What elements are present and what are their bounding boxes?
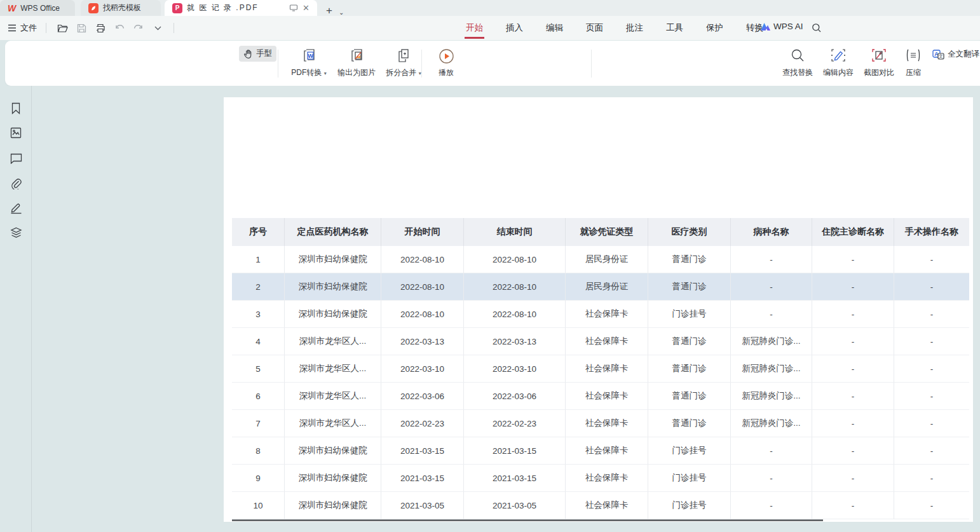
table-cell: 2022-03-13: [381, 328, 464, 355]
table-cell: 社会保障卡: [566, 437, 648, 465]
table-cell: -: [812, 410, 894, 437]
table-header-cell: 医疗类别: [648, 218, 731, 246]
table-cell: 4: [232, 328, 285, 355]
table-cell: -: [894, 465, 969, 492]
svg-text:W: W: [308, 53, 313, 59]
play-icon: [439, 48, 454, 64]
table-cell: 社会保障卡: [566, 410, 648, 437]
table-cell: 新冠肺炎门诊...: [731, 383, 812, 410]
file-menu-button[interactable]: 文件: [8, 22, 37, 34]
table-cell: -: [894, 328, 969, 355]
edit-content-button[interactable]: 编辑内容: [819, 46, 858, 81]
new-tab-icon[interactable]: +: [326, 5, 332, 16]
find-replace-button[interactable]: 查找替换: [778, 46, 817, 81]
table-cell: -: [894, 383, 969, 410]
history-chevron-icon[interactable]: [151, 21, 165, 35]
table-cell: 2021-03-15: [381, 437, 464, 465]
ribbon-tab-开始[interactable]: 开始: [465, 17, 484, 39]
table-cell: 8: [232, 437, 285, 465]
document-workspace: 序号定点医药机构名称开始时间结束时间就诊凭证类型医疗类别病种名称住院主诊断名称手…: [0, 86, 980, 532]
table-cell: 门诊挂号: [648, 301, 731, 328]
ribbon-tab-工具[interactable]: 工具: [665, 17, 684, 39]
tab-document-active[interactable]: P 就 医 记 录 .PDF ✕: [165, 0, 317, 16]
redo-icon[interactable]: [132, 21, 146, 35]
bookmark-icon[interactable]: [8, 100, 24, 116]
table-cell: 2022-03-10: [464, 355, 566, 383]
table-cell: 2022-08-10: [464, 301, 566, 328]
table-cell: 社会保障卡: [566, 328, 648, 355]
screenshot-compare-icon: [871, 48, 887, 62]
ribbon-tab-批注[interactable]: 批注: [625, 17, 644, 39]
table-cell: 新冠肺炎门诊...: [731, 355, 812, 383]
table-row: 1深圳市妇幼保健院2022-08-102022-08-10居民身份证普通门诊--…: [232, 246, 969, 273]
table-cell: 社会保障卡: [566, 383, 648, 410]
close-tab-icon[interactable]: ✕: [303, 3, 310, 13]
comment-icon[interactable]: [8, 151, 24, 166]
toolbar: 手型 选择 W PDF转换 ▾ 输出为图片 拆分合并 ▾ 播放 105.88% …: [5, 41, 980, 86]
table-cell: 普通门诊: [648, 383, 731, 410]
export-image-icon: [349, 48, 364, 64]
table-cell: 深圳市妇幼保健院: [285, 437, 381, 465]
monitor-icon[interactable]: [289, 4, 298, 12]
screenshot-compare-button[interactable]: 截图对比: [859, 46, 899, 81]
divider: [591, 50, 592, 78]
edit-content-icon: [831, 48, 846, 62]
ribbon-tab-保护[interactable]: 保护: [705, 17, 725, 39]
table-body: 1深圳市妇幼保健院2022-08-102022-08-10居民身份证普通门诊--…: [232, 246, 969, 519]
table-cell: 2022-08-10: [381, 273, 464, 301]
table-row: 5深圳市龙华区人...2022-03-102022-03-10社会保障卡普通门诊…: [232, 355, 969, 383]
table-cell: 深圳市妇幼保健院: [285, 301, 381, 328]
table-cell: 门诊挂号: [648, 437, 731, 465]
table-cell: 10: [232, 492, 285, 519]
table-cell: 深圳市妇幼保健院: [285, 465, 381, 492]
attachment-icon[interactable]: [8, 176, 24, 191]
find-replace-icon: [791, 48, 805, 62]
play-button[interactable]: 播放: [432, 46, 460, 81]
table-cell: 2021-03-05: [464, 492, 566, 519]
pdf-page: 序号定点医药机构名称开始时间结束时间就诊凭证类型医疗类别病种名称住院主诊断名称手…: [224, 97, 973, 522]
open-file-icon[interactable]: [55, 21, 69, 35]
divider: [174, 23, 174, 33]
medical-records-table: 序号定点医药机构名称开始时间结束时间就诊凭证类型医疗类别病种名称住院主诊断名称手…: [232, 218, 969, 519]
tab-wps-office[interactable]: W WPS Office: [0, 0, 75, 16]
compress-icon: [906, 48, 921, 62]
screenshot-compare-label: 截图对比: [864, 67, 894, 78]
table-row: 7深圳市龙华区人...2022-02-232022-02-23社会保障卡普通门诊…: [232, 410, 969, 437]
table-cell: 深圳市妇幼保健院: [285, 492, 381, 519]
tab-list-chevron-icon[interactable]: ⌄: [339, 9, 344, 16]
table-cell: 门诊挂号: [648, 465, 731, 492]
pdf-convert-icon: W: [301, 48, 316, 64]
ribbon-tab-编辑[interactable]: 编辑: [545, 17, 564, 39]
compress-button[interactable]: 压缩: [899, 46, 928, 81]
svg-text:文: 文: [939, 53, 943, 58]
print-icon[interactable]: [93, 21, 107, 35]
wps-ai-button[interactable]: WPS AI: [760, 22, 803, 31]
undo-icon[interactable]: [112, 21, 126, 35]
table-cell: -: [812, 437, 894, 465]
table-cell: 2022-02-23: [464, 410, 566, 437]
horizontal-scrollbar[interactable]: [232, 519, 823, 521]
ribbon-tab-插入[interactable]: 插入: [505, 17, 524, 39]
full-translate-button[interactable]: A文 全文翻译: [928, 46, 980, 62]
edit-content-label: 编辑内容: [823, 67, 854, 78]
pdf-convert-button[interactable]: W PDF转换 ▾: [285, 46, 333, 81]
tab-docer-templates[interactable]: 找稻壳模板: [81, 0, 161, 16]
table-header-cell: 手术操作名称: [894, 218, 969, 246]
layers-icon[interactable]: [8, 225, 24, 240]
table-cell: 1: [232, 246, 285, 273]
table-cell: 新冠肺炎门诊...: [731, 328, 812, 355]
ribbon-tab-页面[interactable]: 页面: [585, 17, 604, 39]
save-icon[interactable]: [74, 21, 88, 35]
search-icon[interactable]: [812, 23, 822, 33]
thumbnails-icon[interactable]: [8, 125, 24, 140]
signature-icon[interactable]: [8, 200, 24, 215]
table-row: 3深圳市妇幼保健院2022-08-102022-08-10社会保障卡门诊挂号--…: [232, 301, 969, 328]
table-cell: -: [731, 273, 812, 301]
table-header-cell: 病种名称: [731, 218, 812, 246]
split-merge-button[interactable]: 拆分合并 ▾: [380, 46, 427, 81]
hand-tool-button[interactable]: 手型: [239, 46, 276, 62]
table-row: 9深圳市妇幼保健院2021-03-152021-03-15社会保障卡门诊挂号--…: [232, 465, 969, 492]
export-image-button[interactable]: 输出为图片: [334, 46, 379, 81]
divider: [278, 50, 278, 78]
table-cell: 深圳市龙华区人...: [285, 355, 381, 383]
